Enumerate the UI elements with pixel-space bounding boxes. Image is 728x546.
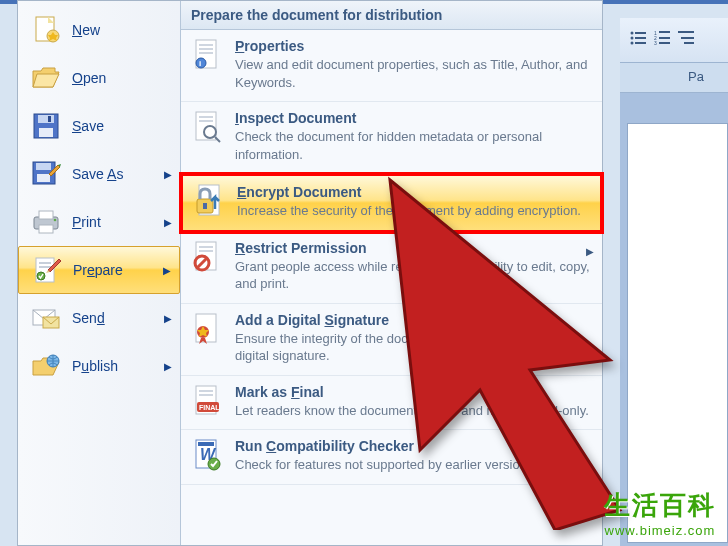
svg-rect-14 <box>684 42 694 44</box>
svg-rect-22 <box>36 163 51 170</box>
svg-rect-47 <box>203 203 207 209</box>
menu-item-publish[interactable]: Publish ▶ <box>18 342 180 390</box>
menu-item-new[interactable]: New <box>18 6 180 54</box>
svg-text:FINAL: FINAL <box>199 404 220 411</box>
ribbon-toolbar-fragment: 123 <box>620 18 728 63</box>
svg-rect-42 <box>199 116 213 118</box>
submenu-item-title: Properties <box>235 38 592 54</box>
printer-icon <box>30 206 62 238</box>
svg-text:3: 3 <box>654 40 657 46</box>
mark-final-icon: FINAL <box>191 384 225 418</box>
properties-icon: i <box>191 38 225 72</box>
svg-rect-49 <box>199 246 213 248</box>
menu-item-label: Save As <box>72 166 123 182</box>
open-folder-icon <box>30 62 62 94</box>
svg-rect-37 <box>199 48 213 50</box>
bullets-icon[interactable] <box>630 30 648 50</box>
save-as-icon <box>30 158 62 190</box>
submenu-item-description: Check the document for hidden metadata o… <box>235 128 592 163</box>
svg-rect-25 <box>39 211 53 219</box>
svg-rect-50 <box>199 250 213 252</box>
menu-item-open[interactable]: Open <box>18 54 180 102</box>
new-document-icon <box>30 14 62 46</box>
svg-rect-38 <box>199 52 213 54</box>
menu-item-label: Open <box>72 70 106 86</box>
watermark: 生活百科 www.bimeiz.com <box>604 488 716 538</box>
svg-rect-43 <box>199 120 213 122</box>
svg-rect-5 <box>635 42 646 44</box>
submenu-item-properties[interactable]: i Properties View and edit document prop… <box>181 30 602 102</box>
svg-rect-3 <box>635 37 646 39</box>
submenu-header: Prepare the document for distribution <box>181 1 602 30</box>
svg-rect-1 <box>635 32 646 34</box>
svg-rect-9 <box>659 37 670 39</box>
digital-signature-icon <box>191 312 225 346</box>
svg-rect-11 <box>659 42 670 44</box>
svg-rect-18 <box>38 115 54 123</box>
inspect-document-icon <box>191 110 225 144</box>
svg-rect-7 <box>659 31 670 33</box>
submenu-item-title: Inspect Document <box>235 110 592 126</box>
svg-rect-56 <box>199 394 213 396</box>
left-command-list: New Open Save Save As ▶ Print <box>18 1 181 545</box>
restrict-permission-icon <box>191 240 225 274</box>
svg-rect-26 <box>39 225 53 233</box>
menu-item-label: Prepare <box>73 262 123 278</box>
svg-rect-13 <box>681 37 694 39</box>
watermark-text: 生活百科 <box>604 488 716 523</box>
chevron-right-icon: ▶ <box>164 217 172 228</box>
svg-rect-30 <box>39 266 51 268</box>
menu-item-label: Save <box>72 118 104 134</box>
svg-point-2 <box>631 37 634 40</box>
chevron-right-icon: ▶ <box>164 169 172 180</box>
menu-item-label: Send <box>72 310 105 326</box>
encrypt-lock-icon <box>193 184 227 218</box>
chevron-right-icon: ▶ <box>164 313 172 324</box>
svg-rect-19 <box>39 128 53 137</box>
send-mail-icon <box>30 302 62 334</box>
menu-item-print[interactable]: Print ▶ <box>18 198 180 246</box>
compatibility-checker-icon: W <box>191 438 225 472</box>
menu-item-prepare[interactable]: Prepare ▶ <box>18 246 180 294</box>
chevron-right-icon: ▶ <box>163 265 171 276</box>
svg-rect-55 <box>199 390 213 392</box>
svg-rect-20 <box>48 116 51 122</box>
menu-item-save[interactable]: Save <box>18 102 180 150</box>
menu-item-label: Publish <box>72 358 118 374</box>
menu-item-label: New <box>72 22 100 38</box>
svg-point-27 <box>54 219 57 222</box>
prepare-icon <box>31 254 63 286</box>
submenu-item-description: View and edit document properties, such … <box>235 56 592 91</box>
svg-point-0 <box>631 32 634 35</box>
chevron-right-icon: ▶ <box>164 361 172 372</box>
svg-rect-12 <box>678 31 694 33</box>
menu-item-send[interactable]: Send ▶ <box>18 294 180 342</box>
svg-point-4 <box>631 42 634 45</box>
instructional-cursor-arrow <box>380 160 710 530</box>
svg-text:i: i <box>199 59 201 68</box>
svg-rect-29 <box>39 262 51 264</box>
svg-rect-23 <box>37 174 50 182</box>
multilevel-list-icon[interactable] <box>678 30 696 50</box>
numbering-icon[interactable]: 123 <box>654 30 672 50</box>
ribbon-group-label: Pa <box>620 63 728 93</box>
menu-item-label: Print <box>72 214 101 230</box>
watermark-url: www.bimeiz.com <box>604 523 716 538</box>
svg-rect-36 <box>199 44 213 46</box>
save-floppy-icon <box>30 110 62 142</box>
menu-item-save-as[interactable]: Save As ▶ <box>18 150 180 198</box>
publish-icon <box>30 350 62 382</box>
